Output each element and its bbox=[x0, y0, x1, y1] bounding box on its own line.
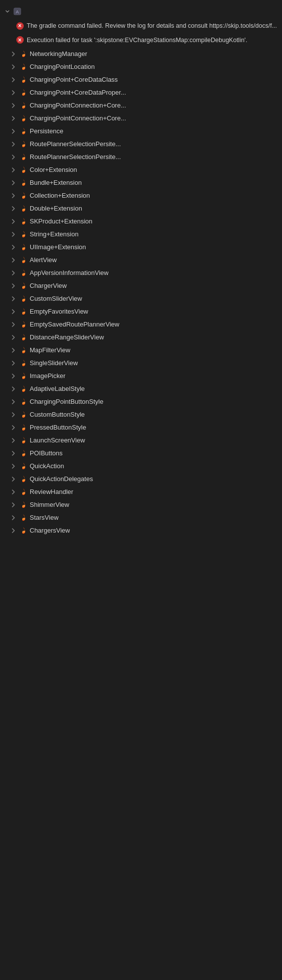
expand-chevron-icon[interactable] bbox=[10, 424, 17, 431]
tree-item[interactable]: ChargingPointConnection+Core... bbox=[0, 112, 282, 125]
svg-text:A: A bbox=[16, 9, 19, 14]
expand-chevron-icon[interactable] bbox=[10, 205, 17, 212]
expand-chevron-icon[interactable] bbox=[10, 154, 17, 161]
expand-chevron-icon[interactable] bbox=[10, 76, 17, 83]
expand-chevron-icon[interactable] bbox=[10, 360, 17, 367]
tree-item[interactable]: NetworkingManager bbox=[0, 48, 282, 60]
expand-chevron-icon[interactable] bbox=[10, 308, 17, 315]
tree-item[interactable]: UIImage+Extension bbox=[0, 241, 282, 254]
tree-item[interactable]: ChargerView bbox=[0, 279, 282, 292]
tree-item[interactable]: Color+Extension bbox=[0, 163, 282, 176]
item-label: Color+Extension bbox=[30, 166, 77, 173]
expand-chevron-icon[interactable] bbox=[10, 398, 17, 405]
expand-chevron-icon[interactable] bbox=[10, 501, 17, 508]
svg-point-33 bbox=[22, 455, 24, 456]
tree-header[interactable]: A bbox=[0, 4, 282, 19]
tree-item[interactable]: LaunchScreenView bbox=[0, 434, 282, 447]
expand-chevron-icon[interactable] bbox=[10, 270, 17, 276]
file-fire-icon bbox=[19, 449, 28, 458]
error-item-1[interactable]: Execution failed for task ':skipstone:EV… bbox=[0, 33, 282, 48]
expand-chevron-icon[interactable] bbox=[10, 231, 17, 238]
tree-item[interactable]: Collection+Extension bbox=[0, 189, 282, 202]
tree-item[interactable]: RoutePlannerSelectionPersite... bbox=[0, 151, 282, 163]
svg-point-22 bbox=[22, 314, 24, 315]
item-label: SKProduct+Extension bbox=[30, 218, 93, 225]
collapse-chevron-icon[interactable] bbox=[4, 8, 11, 15]
tree-item[interactable]: ChargingPoint+CoreDataProper... bbox=[0, 86, 282, 99]
error-item-0[interactable]: The gradle command failed. Review the lo… bbox=[0, 19, 282, 33]
tree-item[interactable]: CustomButtonStyle bbox=[0, 408, 282, 421]
tree-item[interactable]: ChargingPointButtonStyle bbox=[0, 395, 282, 408]
tree-item[interactable]: String+Extension bbox=[0, 228, 282, 241]
expand-chevron-icon[interactable] bbox=[10, 244, 17, 251]
tree-item[interactable]: QuickActionDelegates bbox=[0, 473, 282, 486]
tree-item[interactable]: AppVersionInformationView bbox=[0, 267, 282, 279]
expand-chevron-icon[interactable] bbox=[10, 282, 17, 289]
expand-chevron-icon[interactable] bbox=[10, 489, 17, 495]
error-text-0: The gradle command failed. Review the lo… bbox=[27, 21, 278, 31]
tree-item[interactable]: Double+Extension bbox=[0, 202, 282, 215]
tree-item[interactable]: DistanceRangeSliderView bbox=[0, 331, 282, 344]
file-fire-icon bbox=[19, 513, 28, 522]
tree-item[interactable]: SingleSliderView bbox=[0, 357, 282, 370]
expand-chevron-icon[interactable] bbox=[10, 102, 17, 109]
expand-chevron-icon[interactable] bbox=[10, 141, 17, 148]
item-label: QuickActionDelegates bbox=[30, 475, 93, 483]
tree-item[interactable]: MapFilterView bbox=[0, 344, 282, 357]
svg-point-13 bbox=[22, 198, 24, 199]
tree-item[interactable]: PressedButtonStyle bbox=[0, 421, 282, 434]
expand-chevron-icon[interactable] bbox=[10, 514, 17, 521]
tree-item[interactable]: AdaptiveLabelStyle bbox=[0, 382, 282, 395]
expand-chevron-icon[interactable] bbox=[10, 89, 17, 96]
expand-chevron-icon[interactable] bbox=[10, 128, 17, 135]
tree-item[interactable]: SKProduct+Extension bbox=[0, 215, 282, 228]
tree-item[interactable]: POIButtons bbox=[0, 447, 282, 460]
tree-item[interactable]: ImagePicker bbox=[0, 370, 282, 382]
tree-item[interactable]: ReviewHandler bbox=[0, 486, 282, 498]
expand-chevron-icon[interactable] bbox=[10, 257, 17, 264]
expand-chevron-icon[interactable] bbox=[10, 476, 17, 483]
error-items-container: The gradle command failed. Review the lo… bbox=[0, 19, 282, 48]
tree-item[interactable]: ShimmerView bbox=[0, 498, 282, 511]
expand-chevron-icon[interactable] bbox=[10, 347, 17, 354]
svg-point-15 bbox=[22, 223, 24, 224]
tree-item[interactable]: Bundle+Extension bbox=[0, 176, 282, 189]
tree-item[interactable]: AlertView bbox=[0, 254, 282, 267]
svg-point-35 bbox=[22, 481, 24, 482]
tree-item[interactable]: StarsView bbox=[0, 511, 282, 524]
expand-chevron-icon[interactable] bbox=[10, 115, 17, 122]
item-label: ImagePicker bbox=[30, 372, 65, 380]
expand-chevron-icon[interactable] bbox=[10, 51, 17, 57]
expand-chevron-icon[interactable] bbox=[10, 166, 17, 173]
tree-item[interactable]: EmptyFavoritesView bbox=[0, 305, 282, 318]
expand-chevron-icon[interactable] bbox=[10, 295, 17, 302]
tree-item[interactable]: RoutePlannerSelectionPersite... bbox=[0, 138, 282, 151]
tree-item[interactable]: QuickAction bbox=[0, 460, 282, 473]
expand-chevron-icon[interactable] bbox=[10, 321, 17, 328]
expand-chevron-icon[interactable] bbox=[10, 373, 17, 380]
expand-chevron-icon[interactable] bbox=[10, 385, 17, 392]
expand-chevron-icon[interactable] bbox=[10, 450, 17, 457]
expand-chevron-icon[interactable] bbox=[10, 463, 17, 470]
tree-item[interactable]: EmptySavedRoutePlannerView bbox=[0, 318, 282, 331]
tree-item[interactable]: ChargingPointConnection+Core... bbox=[0, 99, 282, 112]
expand-chevron-icon[interactable] bbox=[10, 334, 17, 341]
expand-chevron-icon[interactable] bbox=[10, 527, 17, 534]
svg-point-27 bbox=[22, 378, 24, 379]
tree-item[interactable]: CustomSliderView bbox=[0, 292, 282, 305]
expand-chevron-icon[interactable] bbox=[10, 411, 17, 418]
tree-item[interactable]: ChargingPointLocation bbox=[0, 60, 282, 73]
expand-chevron-icon[interactable] bbox=[10, 437, 17, 444]
tree-item[interactable]: ChargingPoint+CoreDataClass bbox=[0, 73, 282, 86]
expand-chevron-icon[interactable] bbox=[10, 179, 17, 186]
file-fire-icon bbox=[19, 281, 28, 290]
expand-chevron-icon[interactable] bbox=[10, 63, 17, 70]
svg-point-29 bbox=[22, 404, 24, 405]
expand-chevron-icon[interactable] bbox=[10, 218, 17, 225]
item-label: Persistence bbox=[30, 127, 63, 135]
tree-item[interactable]: Persistence bbox=[0, 125, 282, 138]
svg-point-14 bbox=[22, 211, 24, 212]
file-fire-icon bbox=[19, 294, 28, 303]
expand-chevron-icon[interactable] bbox=[10, 192, 17, 199]
tree-item[interactable]: ChargersView bbox=[0, 524, 282, 537]
